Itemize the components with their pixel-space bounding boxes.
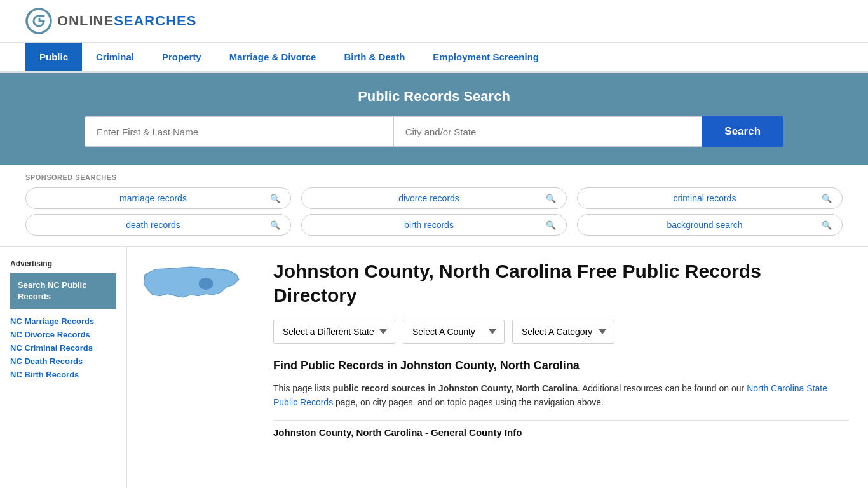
nav-property[interactable]: Property — [148, 43, 215, 71]
main-nav: Public Criminal Property Marriage & Divo… — [0, 43, 868, 73]
sponsored-section: SPONSORED SEARCHES marriage records 🔍 di… — [0, 165, 868, 247]
pill-background-search[interactable]: background search 🔍 — [577, 214, 843, 236]
county-dropdown[interactable]: Select A County — [403, 320, 505, 344]
search-icon-5: 🔍 — [546, 220, 556, 230]
svg-point-1 — [199, 278, 213, 290]
map-area — [127, 247, 254, 488]
logo-icon — [25, 8, 52, 34]
body-text-bold: public record sources in Johnston County… — [332, 383, 578, 393]
sponsored-label: SPONSORED SEARCHES — [25, 173, 843, 181]
content-area: Johnston County, North Carolina Free Pub… — [254, 247, 868, 488]
logo-online: ONLINE — [57, 13, 114, 29]
pill-divorce-text: divorce records — [312, 193, 546, 203]
pill-criminal-records[interactable]: criminal records 🔍 — [577, 187, 843, 209]
search-icon-4: 🔍 — [270, 220, 280, 230]
section-divider — [273, 420, 849, 421]
nav-criminal[interactable]: Criminal — [82, 43, 148, 71]
sidebar-link-marriage[interactable]: NC Marriage Records — [10, 316, 116, 326]
pill-background-text: background search — [588, 220, 822, 230]
pill-birth-records[interactable]: birth records 🔍 — [301, 214, 567, 236]
sidebar-link-divorce[interactable]: NC Divorce Records — [10, 330, 116, 339]
sponsored-grid: marriage records 🔍 divorce records 🔍 cri… — [25, 187, 843, 236]
pill-marriage-text: marriage records — [36, 193, 270, 203]
logo[interactable]: ONLINE SEARCHES — [25, 8, 196, 34]
dropdowns-row: Select a Different State Select A County… — [273, 320, 849, 344]
pill-divorce-records[interactable]: divorce records 🔍 — [301, 187, 567, 209]
pill-criminal-text: criminal records — [588, 193, 822, 203]
state-dropdown[interactable]: Select a Different State — [273, 320, 395, 344]
logo-text: ONLINE SEARCHES — [57, 13, 196, 29]
body-text-3: page, on city pages, and on topic pages … — [333, 397, 604, 407]
body-area: Advertising Search NC Public Records NC … — [0, 247, 868, 488]
site-header: ONLINE SEARCHES — [0, 0, 868, 43]
sidebar-advertising-label: Advertising — [10, 259, 116, 268]
nc-state-map — [140, 259, 241, 310]
search-banner-title: Public Records Search — [25, 88, 843, 105]
sidebar: Advertising Search NC Public Records NC … — [0, 247, 127, 488]
logo-searches: SEARCHES — [114, 13, 196, 29]
nav-marriage-divorce[interactable]: Marriage & Divorce — [215, 43, 330, 71]
sub-section-heading: Johnston County, North Carolina - Genera… — [273, 427, 849, 438]
search-icon-1: 🔍 — [270, 194, 280, 203]
body-text-2: . Additional resources can be found on o… — [578, 383, 747, 393]
search-icon-3: 🔍 — [822, 194, 832, 203]
sidebar-link-death[interactable]: NC Death Records — [10, 356, 116, 366]
search-icon-2: 🔍 — [546, 194, 556, 203]
nav-birth-death[interactable]: Birth & Death — [330, 43, 419, 71]
city-input[interactable] — [393, 116, 702, 147]
nav-public[interactable]: Public — [25, 43, 82, 71]
search-icon-6: 🔍 — [822, 220, 832, 230]
nav-employment[interactable]: Employment Screening — [419, 43, 553, 71]
pill-death-records[interactable]: death records 🔍 — [25, 214, 291, 236]
pill-death-text: death records — [36, 220, 270, 230]
sidebar-ad-item[interactable]: Search NC Public Records — [10, 273, 116, 309]
name-input[interactable] — [85, 116, 393, 147]
page-title: Johnston County, North Carolina Free Pub… — [273, 259, 849, 307]
sidebar-link-birth[interactable]: NC Birth Records — [10, 370, 116, 379]
search-button[interactable]: Search — [702, 116, 783, 147]
body-text-1: This page lists — [273, 383, 332, 393]
search-form: Search — [85, 116, 783, 147]
pill-marriage-records[interactable]: marriage records 🔍 — [25, 187, 291, 209]
find-heading: Find Public Records in Johnston County, … — [273, 359, 849, 372]
pill-birth-text: birth records — [312, 220, 546, 230]
category-dropdown[interactable]: Select A Category — [512, 320, 614, 344]
search-banner: Public Records Search Search — [0, 73, 868, 165]
content-body-text: This page lists public record sources in… — [273, 381, 849, 410]
sidebar-link-criminal[interactable]: NC Criminal Records — [10, 343, 116, 353]
